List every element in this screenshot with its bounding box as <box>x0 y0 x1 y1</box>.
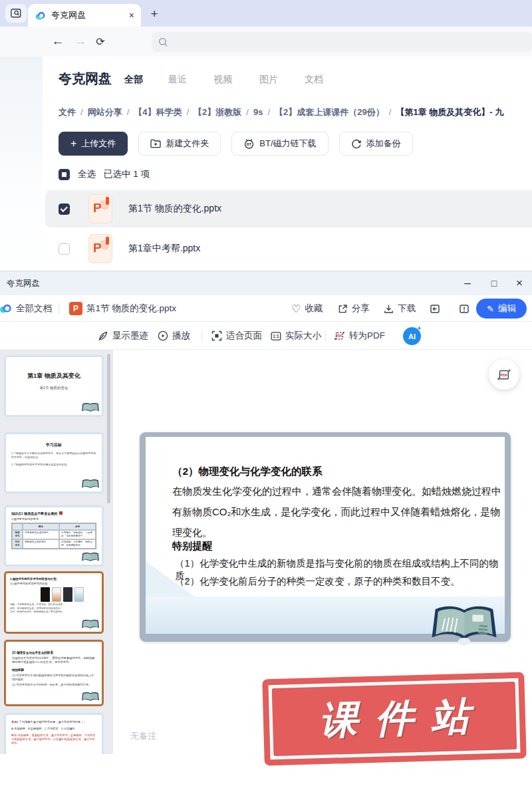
svg-text:PDF: PDF <box>336 334 342 338</box>
bt-download-button[interactable]: BT BT/磁力链下载 <box>231 132 328 156</box>
breadcrumb-item[interactable]: 文件 <box>59 107 76 117</box>
folder-plus-icon <box>150 139 161 148</box>
breadcrumb-item[interactable]: 网站分享 <box>88 107 122 117</box>
back-button[interactable] <box>51 34 65 49</box>
slide-thumbnail-5-current[interactable]: (2) 物理变化与化学变化的联系 在物质发生化学变化的过程中，通常会伴随着物理变… <box>4 640 104 706</box>
bt-magnet-icon: BT <box>243 138 255 149</box>
ppt-badge-icon: P <box>69 302 82 315</box>
new-tab-button[interactable] <box>145 5 164 23</box>
new-folder-button[interactable]: 新建文件夹 <box>138 132 221 156</box>
quark-logo-icon <box>35 10 46 21</box>
drive-page: 夸克网盘 全部 最近 视频 图片 文档 文件/网站分享/【4】科学类/【2】浙教… <box>0 57 532 271</box>
slide-thumbnail-6[interactable]: 典例1 下列现象中属于物理变化的是，属于化学变化的是（ ） A.木柴燃烧 B.瓷… <box>4 713 104 754</box>
thumbnail-rail: 第1章 物质及其变化 第1节 物质的变化 学习目标 1.了解物质处于不断的运动和… <box>0 350 113 754</box>
minimize-button[interactable] <box>456 271 479 295</box>
breadcrumb-item[interactable]: 【2】浙教版 <box>194 107 241 117</box>
stamp-text: 课件站 <box>301 690 487 747</box>
book-icon <box>81 402 100 414</box>
upload-label: 上传文件 <box>81 138 116 150</box>
file-row[interactable]: P 第1章中考帮.pptx <box>45 230 532 267</box>
actual-size-button[interactable]: 1:1 实际大小 <box>271 322 321 350</box>
edit-button[interactable]: 编辑 <box>476 299 527 319</box>
play-circle-icon <box>158 331 168 341</box>
download-button[interactable]: 下载 <box>384 295 416 322</box>
share-button[interactable]: 分享 <box>338 295 370 322</box>
fit-page-icon <box>211 331 222 341</box>
slide-thumbnail-1[interactable]: 第1章 物质及其变化 第1节 物质的变化 <box>4 355 104 417</box>
bt-download-label: BT/磁力链下载 <box>259 138 316 150</box>
rail-scrollbar[interactable] <box>107 354 110 503</box>
sidebar-toggle-button[interactable] <box>5 4 27 23</box>
book-icon <box>430 603 499 647</box>
ink-pen-icon <box>98 331 108 341</box>
feedback-icon[interactable] <box>459 295 469 322</box>
book-icon <box>81 479 100 490</box>
pptx-file-icon: P <box>88 234 112 263</box>
tab-doc[interactable]: 文档 <box>305 74 323 86</box>
divider <box>201 331 202 341</box>
tab-image[interactable]: 图片 <box>259 74 278 86</box>
file-row[interactable]: P 第1节 物质的变化.pptx <box>45 190 532 227</box>
select-all-checkbox[interactable] <box>59 169 70 180</box>
open-file: P 第1节 物质的变化.pptx <box>69 295 176 322</box>
play-button[interactable]: 播放 <box>158 322 190 350</box>
add-backup-button[interactable]: 添加备份 <box>339 132 413 156</box>
plus-icon <box>70 138 76 149</box>
upload-button[interactable]: 上传文件 <box>59 132 128 156</box>
slide-tip-title: 特别提醒 <box>172 540 212 553</box>
convert-pdf-float-button[interactable]: PDF <box>489 359 519 390</box>
search-input[interactable] <box>174 37 525 47</box>
breadcrumb-item[interactable]: 【2】成套上课课件（29份） <box>275 107 384 117</box>
slide-thumbnail-4[interactable]: 2.物理变化和化学变化的联系与区别 (1) 物理变化和化学变化的区别 现象：没有… <box>4 571 104 634</box>
action-bar: 上传文件 新建文件夹 BT BT/磁力链下载 添加备份 <box>59 132 413 156</box>
slide-thumbnail-2[interactable]: 学习目标 1.了解物质处于不断的运动和变化中，能从分子角度初步认识物理变化和化学… <box>4 432 104 493</box>
screen: 夸克网盘 夸克网盘 全部 最近 视频 图片 文档 文件/网站分享/【4】科学类/… <box>0 0 532 798</box>
file-checkbox[interactable] <box>59 203 70 215</box>
actual-size-icon: 1:1 <box>271 331 281 341</box>
breadcrumb-current: 【第1章 物质及其变化】- 九 <box>396 107 503 117</box>
open-in-new-icon[interactable] <box>430 295 440 322</box>
breadcrumb-item[interactable]: 9s <box>253 107 263 117</box>
favorite-button[interactable]: 收藏 <box>291 295 323 322</box>
close-button[interactable] <box>508 271 531 295</box>
breadcrumb-item[interactable]: 【4】科学类 <box>134 107 182 117</box>
file-name[interactable]: 第1章中考帮.pptx <box>128 243 200 255</box>
select-all-label[interactable]: 全选 <box>78 168 96 180</box>
tab-close-icon[interactable] <box>129 11 134 20</box>
notes-placeholder[interactable]: 无备注 <box>130 730 156 742</box>
add-backup-label: 添加备份 <box>366 138 401 150</box>
all-docs-link[interactable]: 全部文档 <box>16 295 52 322</box>
window-title-bar[interactable]: 夸克网盘 <box>0 271 532 295</box>
backup-sync-icon <box>351 138 362 149</box>
svg-text:BT: BT <box>247 142 252 146</box>
divider <box>325 331 326 341</box>
panel-search-icon <box>11 9 21 18</box>
share-icon <box>338 304 348 314</box>
slide-tip-item: （2）化学变化前后分子的种类一定改变，原子的种类和数目不变。 <box>175 575 502 588</box>
quark-mini-logo-icon <box>0 295 13 322</box>
maximize-button[interactable] <box>483 271 505 295</box>
selected-count: 已选中 1 项 <box>104 168 150 180</box>
breadcrumb: 文件/网站分享/【4】科学类/【2】浙教版/9s/【2】成套上课课件（29份）/… <box>59 106 532 118</box>
forward-button[interactable] <box>73 34 88 49</box>
book-icon <box>81 552 100 563</box>
selection-bar: 全选 已选中 1 项 <box>59 168 150 180</box>
window-title: 夸克网盘 <box>7 278 40 289</box>
slide-thumbnail-3[interactable]: 知识点1 物质是总不断变化着的 1.物理变化和化学变化 概念 举例 物理变化 没… <box>4 505 104 567</box>
refresh-button[interactable] <box>93 34 108 49</box>
show-ink-button[interactable]: 显示墨迹 <box>98 322 148 350</box>
pencil-icon <box>487 304 494 314</box>
file-checkbox[interactable] <box>59 243 70 255</box>
search-icon <box>158 37 168 47</box>
file-name[interactable]: 第1节 物质的变化.pptx <box>128 203 221 215</box>
to-pdf-button[interactable]: PDF 转为PDF <box>334 322 385 350</box>
tab-video[interactable]: 视频 <box>213 74 232 86</box>
fit-page-button[interactable]: 适合页面 <box>211 322 262 350</box>
ai-assistant-icon[interactable]: AI <box>403 327 421 345</box>
tab-recent[interactable]: 最近 <box>168 74 187 86</box>
convert-pdf-icon: PDF <box>334 331 345 341</box>
browser-tab[interactable]: 夸克网盘 <box>28 4 141 27</box>
browser-toolbar <box>0 27 532 57</box>
address-search-bar[interactable] <box>152 32 532 52</box>
tab-all[interactable]: 全部 <box>124 74 143 86</box>
